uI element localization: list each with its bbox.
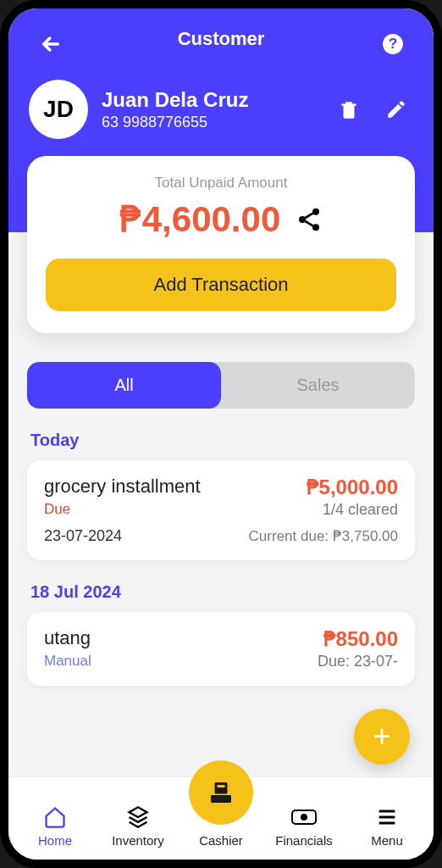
back-button[interactable] [34, 27, 68, 61]
plus-icon: + [373, 719, 390, 754]
menu-icon [375, 804, 399, 830]
customer-avatar: JD [29, 80, 88, 139]
nav-label: Menu [371, 833, 403, 848]
tab-all[interactable]: All [27, 362, 221, 409]
section-date-header: Today [30, 431, 412, 450]
share-icon [296, 206, 323, 233]
delete-customer-button[interactable] [332, 92, 366, 126]
add-fab-button[interactable]: + [354, 709, 410, 765]
help-icon: ? [382, 33, 404, 55]
inventory-icon [126, 804, 150, 830]
transaction-status: Manual [44, 653, 91, 670]
transaction-current-due: Current due: ₱3,750.00 [249, 527, 398, 545]
bottom-nav: Home Inventory Cashier Financials [8, 776, 434, 860]
transaction-amount: ₱5,000.00 [307, 476, 398, 499]
svg-text:?: ? [389, 35, 398, 52]
svg-point-2 [312, 208, 319, 214]
nav-cashier[interactable]: Cashier [181, 784, 260, 848]
share-button[interactable] [296, 206, 323, 233]
trash-icon [338, 98, 360, 120]
nav-label: Financials [275, 833, 333, 848]
nav-label: Cashier [199, 833, 243, 848]
transaction-row[interactable]: utang Manual ₱850.00 Due: 23-07- [27, 612, 415, 686]
transaction-due-date: Due: 23-07- [318, 653, 398, 670]
customer-name: Juan Dela Cruz [102, 88, 318, 112]
transaction-cleared: 1/4 cleared [307, 501, 398, 519]
add-transaction-button[interactable]: Add Transaction [46, 259, 396, 311]
nav-menu[interactable]: Menu [347, 804, 426, 848]
tab-sales[interactable]: Sales [221, 362, 415, 409]
nav-home[interactable]: Home [15, 804, 94, 848]
unpaid-summary-card: Total Unpaid Amount ₱4,600.00 Add Transa… [27, 156, 415, 333]
transaction-row[interactable]: grocery installment Due ₱5,000.00 1/4 cl… [27, 460, 415, 560]
nav-financials[interactable]: Financials [264, 804, 343, 848]
section-date-header: 18 Jul 2024 [30, 582, 412, 602]
home-icon [43, 804, 67, 830]
svg-point-9 [301, 815, 307, 820]
page-title: Customer [178, 28, 265, 50]
svg-rect-6 [215, 782, 228, 794]
cashier-icon [189, 760, 253, 825]
pencil-icon [385, 98, 407, 120]
transaction-title: grocery installment [44, 476, 201, 498]
back-arrow-icon [39, 32, 63, 56]
transaction-title: utang [44, 627, 91, 649]
transaction-status: Due [44, 501, 201, 518]
transaction-date: 23-07-2024 [44, 527, 122, 545]
nav-label: Home [38, 833, 72, 848]
financials-icon [290, 804, 318, 830]
svg-rect-5 [211, 795, 231, 803]
nav-label: Inventory [112, 833, 164, 848]
svg-rect-7 [218, 785, 225, 787]
edit-customer-button[interactable] [379, 92, 413, 126]
customer-phone: 63 9988776655 [102, 114, 318, 131]
transaction-amount: ₱850.00 [318, 627, 398, 651]
help-button[interactable]: ? [376, 27, 410, 61]
nav-inventory[interactable]: Inventory [98, 804, 177, 848]
svg-point-4 [312, 224, 319, 231]
unpaid-label: Total Unpaid Amount [46, 175, 396, 192]
unpaid-amount: ₱4,600.00 [119, 198, 281, 240]
svg-point-3 [299, 216, 306, 223]
transaction-tabs: All Sales [27, 362, 415, 409]
